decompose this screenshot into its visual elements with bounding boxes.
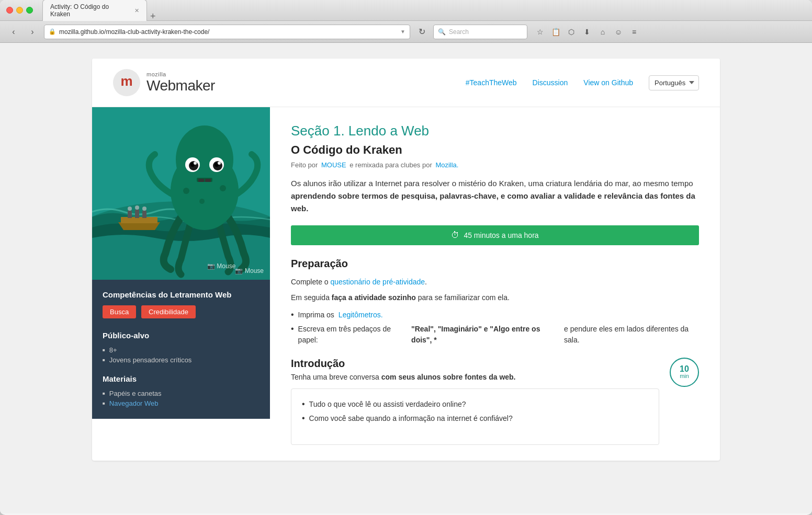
made-by-line: Feito por MOUSE e remixada para clubes p… xyxy=(291,161,699,169)
intro-bullets: Tudo o que você lê ou assisti verdadeiro… xyxy=(302,397,648,426)
photo-credit: 📷 Mouse xyxy=(235,267,264,274)
site-header: m mozilla Webmaker #TeachTheWeb Discussi… xyxy=(92,59,720,107)
search-bar[interactable]: 🔍 Search xyxy=(433,25,527,39)
prep-2-before: Em seguida xyxy=(291,293,332,302)
intro-bullet-1: Como você sabe quando a informação na in… xyxy=(302,411,648,426)
publico-title: Público-alvo xyxy=(103,331,260,340)
time-badge: 10 min xyxy=(670,358,699,387)
svg-point-8 xyxy=(128,207,132,211)
materiais-list: Papéis e canetas Navegador Web xyxy=(103,388,260,408)
maximize-button[interactable] xyxy=(26,7,33,14)
middle-text: e remixada para clubes por xyxy=(349,161,432,169)
active-tab[interactable]: Activity: O Código do Kraken ✕ xyxy=(42,0,147,21)
webmaker-logo-icon: m xyxy=(113,69,140,96)
clock-icon: ⏱ xyxy=(451,231,459,240)
close-button[interactable] xyxy=(6,7,13,14)
svg-text:📷 Mouse: 📷 Mouse xyxy=(207,262,236,270)
svg-rect-6 xyxy=(135,210,139,218)
back-button[interactable]: ‹ xyxy=(6,25,21,39)
url-bar[interactable]: 🔒 mozilla.github.io/mozilla-club-activit… xyxy=(44,25,410,39)
materiais-section: Materiais Papéis e canetas Navegador Web xyxy=(103,374,260,408)
prep-line-2: Em seguida faça a atividade sozinho para… xyxy=(291,292,699,303)
intro-content: Introdução Tenha uma breve conversa com … xyxy=(291,358,659,445)
bullet-item-1: Escreva em três pedaços de papel: "Real"… xyxy=(291,322,699,347)
material-item-0: Papéis e canetas xyxy=(103,388,260,398)
read-mode-icon[interactable]: 📋 xyxy=(549,26,562,38)
titlebar: Activity: O Código do Kraken ✕ + xyxy=(0,0,812,21)
time-text: 45 minutos a uma hora xyxy=(464,231,538,239)
content-card: m mozilla Webmaker #TeachTheWeb Discussi… xyxy=(92,59,720,461)
svg-text:m: m xyxy=(120,73,132,89)
traffic-lights xyxy=(6,7,33,14)
view-on-github-link[interactable]: View on Github xyxy=(583,78,633,87)
legitometros-link[interactable]: Legitômetros. xyxy=(339,310,383,321)
busca-tag[interactable]: Busca xyxy=(103,305,136,318)
mozilla-link[interactable]: Mozilla. xyxy=(435,161,458,169)
url-text: mozilla.github.io/mozilla-club-activity-… xyxy=(59,28,397,36)
forward-button[interactable]: › xyxy=(25,25,40,39)
svg-point-12 xyxy=(176,125,233,193)
nav-links: #TeachTheWeb Discussion View on Github P… xyxy=(466,75,699,90)
publico-item-desc: Jovens pensadores críticos xyxy=(103,355,260,365)
intro-subtitle: Tenha uma breve conversa com seus alunos… xyxy=(291,373,659,381)
description: Os alunos irão utilizar a Internet para … xyxy=(291,177,699,215)
svg-rect-7 xyxy=(142,211,146,218)
svg-point-19 xyxy=(194,162,197,165)
svg-rect-5 xyxy=(128,211,132,218)
download-icon[interactable]: ⬇ xyxy=(581,26,593,38)
language-select[interactable]: Português xyxy=(649,75,699,90)
section-label: Seção 1. Lendo a Web xyxy=(291,123,699,139)
credibilidade-tag[interactable]: Credibilidade xyxy=(141,305,196,318)
intro-bullet-0: Tudo o que você lê ou assisti verdadeiro… xyxy=(302,397,648,411)
search-icon: 🔍 xyxy=(438,28,446,36)
time-badge-number: 10 xyxy=(680,365,689,373)
bullet-1-before: Escreva em três pedaços de papel: xyxy=(298,324,407,346)
svg-point-26 xyxy=(199,199,205,204)
smiley-icon[interactable]: ☺ xyxy=(612,26,625,38)
kraken-illustration: 📷 Mouse xyxy=(92,107,270,280)
url-dropdown-icon[interactable]: ▼ xyxy=(400,29,405,35)
refresh-button[interactable]: ↻ xyxy=(414,25,429,39)
competencias-title: Competências do Letramento Web xyxy=(103,290,260,299)
prep-before: Complete o xyxy=(291,278,330,286)
svg-point-24 xyxy=(183,188,189,194)
discussion-link[interactable]: Discussion xyxy=(533,78,568,87)
made-by-text: Feito por xyxy=(291,161,318,169)
bullet-0-before: Imprima os xyxy=(298,310,334,321)
teach-the-web-link[interactable]: #TeachTheWeb xyxy=(466,78,517,87)
bullet-1-bold: "Real", "Imaginário" e "Algo entre os do… xyxy=(411,324,560,346)
tab-close-button[interactable]: ✕ xyxy=(134,7,139,14)
intro-sub-bold: com seus alunos sobre fontes da web. xyxy=(381,373,516,381)
browser-toolbar: ‹ › 🔒 mozilla.github.io/mozilla-club-act… xyxy=(0,21,812,43)
prep-bullet-list: Imprima os Legitômetros. Escreva em três… xyxy=(291,308,699,347)
home-icon[interactable]: ⌂ xyxy=(596,26,609,38)
time-badge-unit: min xyxy=(680,373,689,379)
webmaker-label: Webmaker xyxy=(146,77,215,94)
publico-item-age: 8+ xyxy=(103,345,260,355)
pocket-icon[interactable]: ⬡ xyxy=(565,26,578,38)
pre-atividade-link[interactable]: questionário de pré-atividade xyxy=(330,278,425,286)
prep-2-after: para se familiarizar com ela. xyxy=(416,293,510,302)
logo-text: mozilla Webmaker xyxy=(146,71,215,94)
materiais-title: Materiais xyxy=(103,374,260,383)
sidebar: 📷 Mouse 📷 Mouse Competências do Letramen… xyxy=(92,107,270,461)
new-tab-button[interactable]: + xyxy=(147,12,159,21)
svg-rect-22 xyxy=(198,179,204,182)
navegador-web-link[interactable]: Navegador Web xyxy=(109,399,159,407)
prep-line-1: Complete o questionário de pré-atividade… xyxy=(291,276,699,288)
bullet-1-after: e pendure eles em lados diferentes da sa… xyxy=(564,324,699,346)
activity-title: O Código do Kraken xyxy=(291,143,699,157)
intro-sub-before: Tenha uma breve conversa xyxy=(291,373,381,381)
mouse-link[interactable]: MOUSE xyxy=(321,161,346,169)
svg-rect-23 xyxy=(205,179,211,182)
description-bold: aprendendo sobre termos de pesquisa, pal… xyxy=(291,191,695,213)
menu-icon[interactable]: ≡ xyxy=(628,26,640,38)
publico-list: 8+ Jovens pensadores críticos xyxy=(103,345,260,365)
bookmark-icon[interactable]: ☆ xyxy=(534,26,546,38)
publico-section: Público-alvo 8+ Jovens pensadores crític… xyxy=(103,331,260,365)
main-layout: 📷 Mouse 📷 Mouse Competências do Letramen… xyxy=(92,107,720,461)
minimize-button[interactable] xyxy=(16,7,23,14)
logo-area: m mozilla Webmaker xyxy=(113,69,215,96)
intro-box: Tudo o que você lê ou assisti verdadeiro… xyxy=(291,388,659,445)
photo-credit-text: Mouse xyxy=(245,267,264,274)
